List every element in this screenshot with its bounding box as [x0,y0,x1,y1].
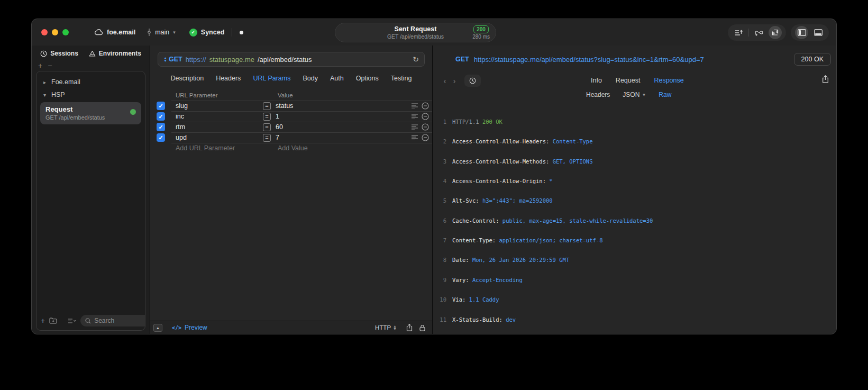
subtab-headers[interactable]: Headers [586,91,610,98]
param-checkbox[interactable]: ✓ [157,133,165,142]
tab-description[interactable]: Description [171,75,204,82]
minimize-window-button[interactable] [52,29,58,35]
chevron-right-icon: ▸ [43,79,48,85]
group-hsp[interactable]: ▾ HSP [39,88,142,101]
lock-icon[interactable] [419,324,425,331]
remove-row-icon[interactable] [422,134,429,141]
line-number: 10 [433,296,452,303]
environments-icon [89,50,96,57]
status-code-badge: 200 [473,25,489,33]
share-icon[interactable] [406,324,413,331]
remove-row-icon[interactable] [422,102,429,110]
protocol-label: HTTP [375,324,391,331]
status-code-text: 200 OK [482,119,502,125]
export-response-icon[interactable] [822,75,829,83]
remove-row-icon[interactable] [422,123,429,131]
tab-options[interactable]: Options [356,75,379,82]
sync-label: Synced [201,29,224,36]
column-header-name: URL Parameter [171,92,253,98]
protocol-selector[interactable]: HTTP ▲▼ [375,324,397,331]
group-label: HSP [51,91,65,98]
param-row-inc[interactable]: ✓ inc =1 [150,111,432,122]
preview-label: Preview [185,324,207,331]
request-item-subtitle: GET /api/embed/status [45,114,136,121]
new-folder-button[interactable] [49,318,57,324]
sessions-panel: ▸ Foe.email ▾ HSP Request GET /api/embed… [36,71,145,331]
param-row-upd[interactable]: ✓ upd =7 [150,132,432,143]
compare-loop-button[interactable] [752,26,765,39]
app-window: foe.email main ▾ ✓ Synced Sent Request G… [31,19,837,334]
tab-sessions[interactable]: Sessions [40,50,78,57]
method-selector[interactable]: ▲▼ GET [163,56,182,63]
param-row-rtm[interactable]: ✓ rtm =60 [150,122,432,132]
param-checkbox[interactable]: ✓ [157,112,165,121]
row-options-icon[interactable] [412,114,418,119]
tab-info[interactable]: Info [591,77,602,84]
project-switcher[interactable]: foe.email [94,29,135,36]
toggle-bottom-panel-button[interactable] [811,26,825,39]
subtab-raw[interactable]: Raw [659,91,671,98]
table-header-row: URL Parameter Value [150,90,432,101]
resend-request-icon[interactable]: ↻ [413,55,419,64]
add-param-value-placeholder[interactable]: Add Value [253,144,405,152]
param-name[interactable]: rtm [171,123,253,131]
preview-button[interactable]: </> Preview [172,324,207,331]
url-host: statuspage.me [209,56,254,64]
swap-request-button[interactable] [769,26,782,39]
add-param-name-placeholder[interactable]: Add URL Parameter [171,144,253,152]
tab-testing[interactable]: Testing [391,75,412,82]
param-name[interactable]: inc [171,113,253,120]
param-name[interactable]: slug [171,102,253,110]
remove-session-button[interactable]: − [48,61,52,70]
new-request-button[interactable]: + [41,316,45,325]
param-row-slug[interactable]: ✓ slug =status [150,101,432,111]
request-item-title: Request [45,105,136,114]
sidebar-search[interactable] [80,315,145,326]
add-session-button[interactable]: + [38,61,42,70]
line-number: 11 [433,316,452,323]
zoom-window-button[interactable] [62,29,69,35]
request-footer: ▲ </> Preview HTTP ▲▼ [150,321,432,334]
close-window-button[interactable] [41,29,48,35]
param-value[interactable]: 7 [276,134,279,141]
expand-panel-button[interactable]: ▲ [153,324,162,332]
param-value[interactable]: 1 [276,113,279,120]
history-button[interactable] [464,75,481,87]
request-url-bar[interactable]: ▲▼ GET https://statuspage.me/api/embed/s… [158,52,425,67]
param-name[interactable]: upd [171,134,253,141]
tab-body[interactable]: Body [303,75,318,82]
param-checkbox[interactable]: ✓ [157,123,165,131]
tab-headers[interactable]: Headers [216,75,241,82]
titlebar-actions [728,24,829,41]
toggle-sidebar-button[interactable] [795,26,808,39]
sort-list-button[interactable] [732,26,745,39]
param-checkbox[interactable]: ✓ [157,102,165,110]
sync-status[interactable]: ✓ Synced [189,29,224,37]
sort-filter-button[interactable] [68,318,76,324]
tab-environments[interactable]: Environments [89,50,141,57]
group-foe-email[interactable]: ▸ Foe.email [39,76,142,88]
branch-selector[interactable]: main ▾ [147,29,176,36]
response-url[interactable]: https://statuspage.me/api/embed/status?s… [474,56,794,64]
traffic-lights [41,29,69,35]
row-options-icon[interactable] [412,135,418,140]
history-forward-button[interactable]: › [450,76,459,85]
sidebar-item-request[interactable]: Request GET /api/embed/status [40,102,141,124]
remove-row-icon[interactable] [422,113,429,120]
tab-url-params[interactable]: URL Params [253,75,290,82]
param-value[interactable]: 60 [276,123,283,131]
add-param-row[interactable]: Add URL Parameter Add Value [150,143,432,153]
subtab-json[interactable]: JSON ▼ [623,91,646,98]
search-input[interactable] [94,317,145,324]
param-value[interactable]: status [276,102,293,110]
row-options-icon[interactable] [412,124,418,130]
tab-response[interactable]: Response [654,77,683,84]
row-options-icon[interactable] [412,103,418,108]
sent-request-pill[interactable]: Sent Request GET /api/embed/status 200 2… [335,23,496,42]
response-subtabs: Headers JSON ▼ Raw [586,91,671,98]
chevron-down-icon: ▾ [173,30,176,35]
tab-request[interactable]: Request [616,77,641,84]
branch-name: main [155,29,169,36]
tab-auth[interactable]: Auth [330,75,344,82]
history-back-button[interactable]: ‹ [440,76,450,85]
